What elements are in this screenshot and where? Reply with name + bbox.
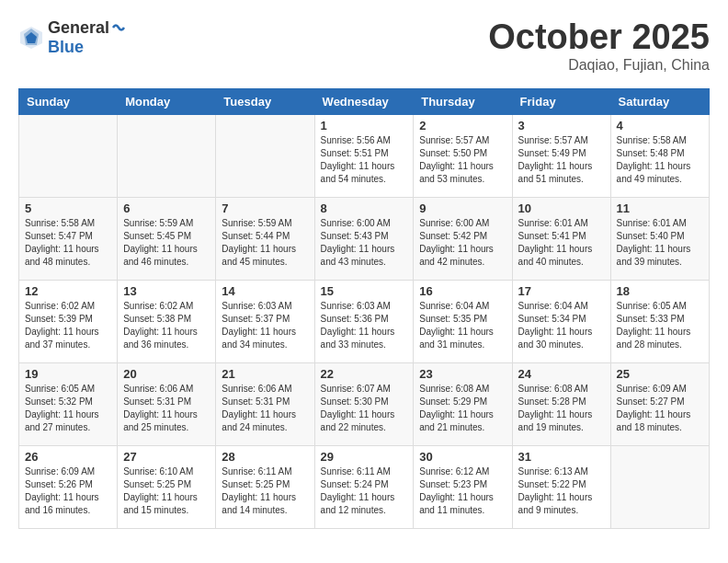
day-number: 19	[25, 367, 111, 381]
calendar-cell	[610, 445, 709, 528]
calendar-cell: 23Sunrise: 6:08 AM Sunset: 5:29 PM Dayli…	[414, 362, 512, 445]
calendar-cell: 31Sunrise: 6:13 AM Sunset: 5:22 PM Dayli…	[512, 445, 610, 528]
calendar-cell: 15Sunrise: 6:03 AM Sunset: 5:36 PM Dayli…	[314, 280, 414, 362]
weekday-header-row: SundayMondayTuesdayWednesdayThursdayFrid…	[19, 88, 710, 114]
calendar-week-row: 1Sunrise: 5:56 AM Sunset: 5:51 PM Daylig…	[19, 114, 710, 197]
logo-blue: Blue	[48, 38, 84, 56]
day-info: Sunrise: 6:08 AM Sunset: 5:28 PM Dayligh…	[518, 383, 605, 434]
day-number: 23	[419, 367, 506, 381]
logo-wave-icon	[111, 18, 126, 37]
day-info: Sunrise: 6:00 AM Sunset: 5:43 PM Dayligh…	[321, 217, 408, 269]
weekday-header-wednesday: Wednesday	[314, 88, 414, 114]
calendar-cell: 17Sunrise: 6:04 AM Sunset: 5:34 PM Dayli…	[512, 280, 610, 362]
day-info: Sunrise: 5:57 AM Sunset: 5:49 PM Dayligh…	[518, 134, 605, 186]
calendar-cell: 10Sunrise: 6:01 AM Sunset: 5:41 PM Dayli…	[512, 197, 610, 280]
day-info: Sunrise: 6:01 AM Sunset: 5:41 PM Dayligh…	[518, 217, 605, 269]
calendar-cell: 12Sunrise: 6:02 AM Sunset: 5:39 PM Dayli…	[19, 280, 118, 362]
day-info: Sunrise: 6:13 AM Sunset: 5:22 PM Dayligh…	[518, 465, 605, 517]
calendar-cell: 28Sunrise: 6:11 AM Sunset: 5:25 PM Dayli…	[216, 445, 314, 528]
day-info: Sunrise: 6:07 AM Sunset: 5:30 PM Dayligh…	[321, 383, 408, 434]
calendar-cell: 24Sunrise: 6:08 AM Sunset: 5:28 PM Dayli…	[512, 362, 610, 445]
day-info: Sunrise: 5:59 AM Sunset: 5:45 PM Dayligh…	[123, 217, 210, 269]
day-info: Sunrise: 6:00 AM Sunset: 5:42 PM Dayligh…	[419, 217, 506, 269]
day-info: Sunrise: 6:04 AM Sunset: 5:35 PM Dayligh…	[419, 300, 506, 351]
day-info: Sunrise: 6:09 AM Sunset: 5:26 PM Dayligh…	[25, 465, 111, 517]
calendar-week-row: 19Sunrise: 6:05 AM Sunset: 5:32 PM Dayli…	[19, 362, 710, 445]
day-number: 31	[518, 450, 605, 464]
day-info: Sunrise: 5:59 AM Sunset: 5:44 PM Dayligh…	[222, 217, 308, 269]
day-number: 10	[518, 201, 605, 215]
calendar-cell	[19, 114, 118, 197]
title-area: October 2025 Daqiao, Fujian, China	[488, 18, 710, 74]
day-info: Sunrise: 5:58 AM Sunset: 5:47 PM Dayligh…	[25, 217, 111, 269]
day-info: Sunrise: 6:09 AM Sunset: 5:27 PM Dayligh…	[617, 383, 703, 434]
day-info: Sunrise: 5:57 AM Sunset: 5:50 PM Dayligh…	[419, 134, 506, 186]
calendar-table: SundayMondayTuesdayWednesdayThursdayFrid…	[18, 88, 710, 529]
day-number: 20	[123, 367, 210, 381]
day-number: 5	[25, 201, 111, 215]
weekday-header-friday: Friday	[512, 88, 610, 114]
day-info: Sunrise: 5:56 AM Sunset: 5:51 PM Dayligh…	[321, 134, 408, 186]
day-number: 8	[321, 201, 408, 215]
day-number: 12	[25, 284, 111, 298]
day-number: 22	[321, 367, 408, 381]
day-info: Sunrise: 6:03 AM Sunset: 5:36 PM Dayligh…	[321, 300, 408, 351]
location: Daqiao, Fujian, China	[488, 57, 710, 74]
calendar-cell: 19Sunrise: 6:05 AM Sunset: 5:32 PM Dayli…	[19, 362, 118, 445]
calendar-cell: 20Sunrise: 6:06 AM Sunset: 5:31 PM Dayli…	[118, 362, 216, 445]
day-info: Sunrise: 6:03 AM Sunset: 5:37 PM Dayligh…	[222, 300, 308, 351]
calendar-week-row: 12Sunrise: 6:02 AM Sunset: 5:39 PM Dayli…	[19, 280, 710, 362]
day-info: Sunrise: 6:10 AM Sunset: 5:25 PM Dayligh…	[123, 465, 210, 517]
calendar-cell: 9Sunrise: 6:00 AM Sunset: 5:42 PM Daylig…	[414, 197, 512, 280]
day-number: 16	[419, 284, 506, 298]
day-number: 3	[518, 119, 605, 132]
day-number: 15	[321, 284, 408, 298]
day-number: 17	[518, 284, 605, 298]
day-number: 7	[222, 201, 308, 215]
calendar-cell: 1Sunrise: 5:56 AM Sunset: 5:51 PM Daylig…	[314, 114, 414, 197]
day-info: Sunrise: 6:02 AM Sunset: 5:38 PM Dayligh…	[123, 300, 210, 351]
day-info: Sunrise: 6:11 AM Sunset: 5:25 PM Dayligh…	[222, 465, 308, 517]
day-info: Sunrise: 6:02 AM Sunset: 5:39 PM Dayligh…	[25, 300, 111, 351]
logo-icon	[18, 25, 44, 51]
calendar-cell: 30Sunrise: 6:12 AM Sunset: 5:23 PM Dayli…	[414, 445, 512, 528]
day-info: Sunrise: 5:58 AM Sunset: 5:48 PM Dayligh…	[617, 134, 703, 186]
calendar-week-row: 5Sunrise: 5:58 AM Sunset: 5:47 PM Daylig…	[19, 197, 710, 280]
day-number: 28	[222, 450, 308, 464]
day-number: 13	[123, 284, 210, 298]
calendar-cell: 11Sunrise: 6:01 AM Sunset: 5:40 PM Dayli…	[610, 197, 709, 280]
logo-text: General Blue	[48, 18, 126, 57]
day-number: 2	[419, 119, 506, 132]
calendar-cell: 5Sunrise: 5:58 AM Sunset: 5:47 PM Daylig…	[19, 197, 118, 280]
month-title: October 2025	[488, 18, 710, 57]
day-info: Sunrise: 6:06 AM Sunset: 5:31 PM Dayligh…	[222, 383, 308, 434]
day-info: Sunrise: 6:01 AM Sunset: 5:40 PM Dayligh…	[617, 217, 703, 269]
day-number: 4	[617, 119, 703, 132]
day-number: 29	[321, 450, 408, 464]
weekday-header-sunday: Sunday	[19, 88, 118, 114]
weekday-header-monday: Monday	[118, 88, 216, 114]
day-number: 6	[123, 201, 210, 215]
calendar-cell: 16Sunrise: 6:04 AM Sunset: 5:35 PM Dayli…	[414, 280, 512, 362]
calendar-cell: 13Sunrise: 6:02 AM Sunset: 5:38 PM Dayli…	[118, 280, 216, 362]
calendar-cell: 27Sunrise: 6:10 AM Sunset: 5:25 PM Dayli…	[118, 445, 216, 528]
day-number: 27	[123, 450, 210, 464]
day-number: 26	[25, 450, 111, 464]
weekday-header-tuesday: Tuesday	[216, 88, 314, 114]
weekday-header-thursday: Thursday	[414, 88, 512, 114]
page-header: General Blue October 2025 Daqiao, Fujian…	[18, 18, 710, 74]
day-number: 1	[321, 119, 408, 132]
calendar-cell: 26Sunrise: 6:09 AM Sunset: 5:26 PM Dayli…	[19, 445, 118, 528]
logo-general: General	[48, 18, 109, 38]
calendar-cell: 22Sunrise: 6:07 AM Sunset: 5:30 PM Dayli…	[314, 362, 414, 445]
calendar-cell: 21Sunrise: 6:06 AM Sunset: 5:31 PM Dayli…	[216, 362, 314, 445]
day-info: Sunrise: 6:12 AM Sunset: 5:23 PM Dayligh…	[419, 465, 506, 517]
day-number: 25	[617, 367, 703, 381]
day-info: Sunrise: 6:05 AM Sunset: 5:33 PM Dayligh…	[617, 300, 703, 351]
weekday-header-saturday: Saturday	[610, 88, 709, 114]
calendar-cell: 6Sunrise: 5:59 AM Sunset: 5:45 PM Daylig…	[118, 197, 216, 280]
calendar-cell: 29Sunrise: 6:11 AM Sunset: 5:24 PM Dayli…	[314, 445, 414, 528]
day-number: 30	[419, 450, 506, 464]
day-info: Sunrise: 6:11 AM Sunset: 5:24 PM Dayligh…	[321, 465, 408, 517]
day-info: Sunrise: 6:04 AM Sunset: 5:34 PM Dayligh…	[518, 300, 605, 351]
